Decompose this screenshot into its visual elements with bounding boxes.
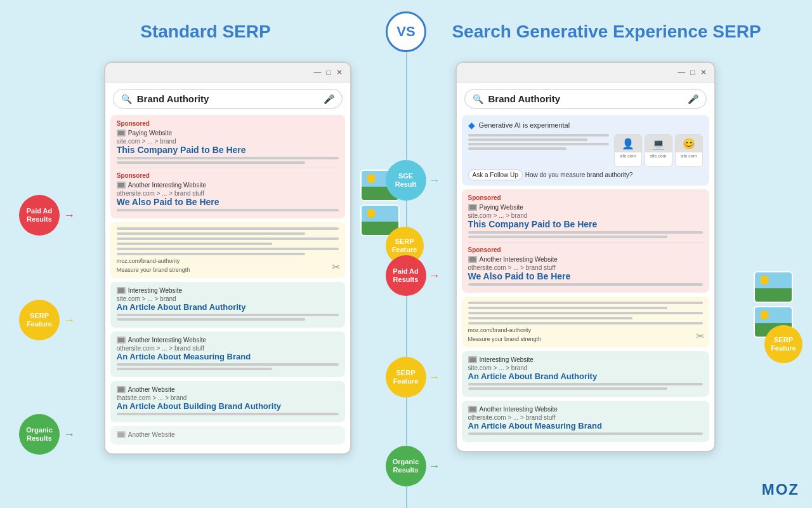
- right-ad-divider: [468, 242, 703, 243]
- right-search-bar[interactable]: 🔍 Brand Authority 🎤: [464, 89, 707, 109]
- left-ad-line-1a: [117, 157, 339, 159]
- left-sponsored-2: Sponsored: [117, 172, 339, 179]
- right-org-name-1: Interesting Website: [480, 356, 534, 363]
- sge-cards: 👤 site.com 💻 site.com 😊 site.com: [614, 134, 703, 167]
- right-sf-line5: [468, 322, 703, 324]
- right-org-icon-2: [468, 406, 477, 413]
- right-ad-title-2[interactable]: We Also Paid to Be Here: [468, 271, 703, 281]
- right-browser: — □ ✕ 🔍 Brand Authority 🎤 ◆ Generative A…: [455, 62, 716, 452]
- right-sf-small1: moz.com/brand-authority: [468, 327, 703, 333]
- left-org-title-2[interactable]: An Article About Measuring Brand: [117, 352, 339, 361]
- sge-header: ◆ Generative AI is experimental: [468, 120, 703, 130]
- serp-feature-bubble-left: SERPFeature: [19, 300, 60, 340]
- right-sf-line2: [468, 307, 668, 309]
- right-title: Search Generative Experience SERP: [426, 22, 787, 42]
- scissors-icon-right: ✂: [696, 330, 704, 342]
- right-site-path-1: site.com > ... > brand: [468, 212, 703, 219]
- right-sf-line1: [468, 302, 703, 304]
- left-browser-content: Sponsored Paying Website site.com > ... …: [105, 115, 350, 453]
- left-org-title-1[interactable]: An Article About Brand Authority: [117, 302, 339, 312]
- maximize-btn-right[interactable]: □: [690, 68, 695, 77]
- sge-arrow: →: [429, 174, 440, 187]
- right-org-title-1[interactable]: An Article About Brand Authority: [468, 371, 703, 381]
- left-org-line-3a: [117, 413, 339, 415]
- left-org-line-2b: [117, 368, 272, 370]
- serp-feature-side-label: SERPFeature: [764, 325, 802, 363]
- left-org-info-4: Another Website: [117, 431, 339, 438]
- paid-ad-bubble-left: Paid AdResults: [19, 195, 60, 236]
- right-sge-section: ◆ Generative AI is experimental 👤: [462, 115, 709, 185]
- serp-feature-arrow-right: →: [429, 371, 440, 384]
- organic-arrow-right: →: [429, 460, 440, 473]
- right-paid-section: Sponsored Paying Website site.com > ... …: [462, 189, 709, 293]
- left-search-bar[interactable]: 🔍 Brand Authority 🎤: [113, 89, 343, 109]
- follow-up-button[interactable]: Ask a Follow Up: [468, 170, 523, 180]
- left-site-name-2: Another Interesting Website: [128, 182, 206, 189]
- left-ad-title-1[interactable]: This Company Paid to Be Here: [117, 145, 339, 155]
- right-org-path-1: site.com > ... > brand: [468, 364, 703, 371]
- left-paid-section: Sponsored Paying Website site.com > ... …: [110, 115, 345, 218]
- sge-bubble: SGEResult: [386, 160, 426, 201]
- left-organic-4: Another Website: [110, 426, 345, 444]
- sge-card-text-1: site.com: [618, 152, 637, 159]
- right-org-icon-1: [468, 356, 477, 363]
- right-ad-2: Sponsored Another Interesting Website ot…: [468, 246, 703, 286]
- follow-up-text: How do you measure brand authority?: [525, 171, 633, 178]
- serp-feature-callout-right: SERPFeature →: [386, 357, 440, 398]
- sge-line2: [468, 138, 588, 141]
- left-org-icon-1: [117, 287, 126, 294]
- right-org-name-2: Another Interesting Website: [480, 406, 558, 413]
- left-serp-feature: moz.com/brand-authority Measure your bra…: [110, 222, 345, 278]
- left-org-title-3[interactable]: An Article About Building Brand Authorit…: [117, 401, 339, 411]
- sge-callout: SGEResult →: [386, 160, 440, 201]
- right-search-query: Brand Authority: [488, 93, 688, 104]
- serp-feature-arrow-left: →: [63, 314, 75, 327]
- right-site-name-1: Paying Website: [480, 204, 523, 211]
- left-organic-2: Another Interesting Website othersite.co…: [110, 331, 345, 377]
- left-org-icon-4: [117, 431, 126, 438]
- organic-bubble-left: OrganicResults: [19, 414, 60, 455]
- left-ad-title-2[interactable]: We Also Paid to Be Here: [117, 197, 339, 207]
- left-sf-line5: [117, 248, 339, 250]
- left-org-name-2: Another Interesting Website: [128, 337, 206, 344]
- sge-card-img-2: 💻: [645, 135, 672, 152]
- left-org-line-1b: [117, 318, 306, 321]
- right-serp-feature: moz.com/brand-authority Measure your bra…: [462, 297, 709, 347]
- left-org-info-1: Interesting Website: [117, 287, 339, 294]
- right-serp-thumb-1: [754, 271, 793, 303]
- left-sf-line3: [117, 237, 339, 240]
- right-org-title-2[interactable]: An Article About Measuring Brand: [468, 421, 703, 431]
- left-sponsored-1: Sponsored: [117, 120, 339, 127]
- left-org-line-1a: [117, 314, 339, 316]
- close-btn-right[interactable]: ✕: [700, 68, 707, 77]
- minimize-btn-left[interactable]: —: [314, 68, 322, 77]
- serp-feature-bubble-right: SERPFeature: [386, 357, 426, 398]
- left-org-path-3: thatsite.com > ... > brand: [117, 394, 339, 401]
- right-ad-title-1[interactable]: This Company Paid to Be Here: [468, 219, 703, 229]
- mic-icon-left: 🎤: [324, 94, 334, 104]
- paid-ad-callout-right: Paid AdResults →: [386, 255, 440, 296]
- right-sponsored-2: Sponsored: [468, 246, 703, 253]
- sge-diamond-icon: ◆: [468, 120, 475, 130]
- left-organic-section: Interesting Website site.com > ... > bra…: [110, 282, 345, 444]
- search-icon-left: 🔍: [121, 94, 132, 104]
- left-sf-small2: Measure your brand strength: [117, 267, 339, 273]
- left-org-line-2a: [117, 363, 339, 366]
- right-ad-line-1b: [468, 236, 668, 238]
- maximize-btn-left[interactable]: □: [327, 68, 331, 77]
- right-site-name-2: Another Interesting Website: [480, 256, 558, 263]
- close-btn-left[interactable]: ✕: [336, 68, 343, 77]
- right-site-icon-2: [468, 256, 477, 263]
- vs-badge: VS: [386, 11, 426, 52]
- right-ad-line-1a: [468, 231, 703, 234]
- minimize-btn-right[interactable]: —: [678, 68, 685, 77]
- right-sf-line3: [468, 312, 703, 314]
- left-org-icon-2: [117, 337, 126, 344]
- paid-ad-callout-left: Paid AdResults →: [19, 195, 75, 236]
- right-sponsored-1: Sponsored: [468, 194, 703, 201]
- serp-feature-callout-left: SERPFeature →: [19, 300, 75, 340]
- left-sf-line6: [117, 253, 306, 255]
- left-ad-line-1b: [117, 161, 306, 164]
- left-sf-line1: [117, 227, 339, 230]
- right-site-info-1: Paying Website: [468, 204, 703, 211]
